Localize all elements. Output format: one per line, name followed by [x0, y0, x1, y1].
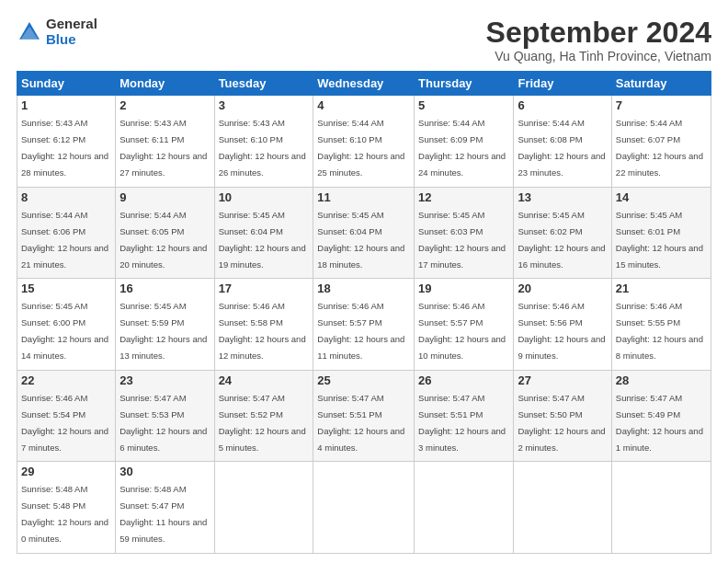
table-row: 28 Sunrise: 5:47 AMSunset: 5:49 PMDaylig… — [611, 370, 711, 462]
day-info: Sunrise: 5:46 AMSunset: 5:54 PMDaylight:… — [21, 393, 108, 453]
day-number: 17 — [219, 282, 310, 295]
table-row — [415, 462, 514, 554]
table-row: 29 Sunrise: 5:48 AMSunset: 5:48 PMDaylig… — [17, 462, 116, 554]
day-info: Sunrise: 5:44 AMSunset: 6:08 PMDaylight:… — [518, 118, 605, 178]
table-row: 26 Sunrise: 5:47 AMSunset: 5:51 PMDaylig… — [415, 370, 514, 462]
table-row: 14 Sunrise: 5:45 AMSunset: 6:01 PMDaylig… — [611, 187, 711, 279]
week-row-3: 15 Sunrise: 5:45 AMSunset: 6:00 PMDaylig… — [17, 279, 711, 371]
day-info: Sunrise: 5:46 AMSunset: 5:55 PMDaylight:… — [616, 301, 703, 361]
logo: General Blue — [17, 17, 97, 47]
day-info: Sunrise: 5:44 AMSunset: 6:06 PMDaylight:… — [21, 210, 108, 270]
day-info: Sunrise: 5:45 AMSunset: 6:04 PMDaylight:… — [219, 210, 306, 270]
day-info: Sunrise: 5:46 AMSunset: 5:58 PMDaylight:… — [219, 301, 306, 361]
day-number: 27 — [518, 373, 607, 387]
day-number: 7 — [616, 98, 707, 112]
day-number: 14 — [616, 190, 707, 204]
day-info: Sunrise: 5:47 AMSunset: 5:51 PMDaylight:… — [317, 393, 404, 453]
header-sunday: Sunday — [17, 72, 116, 96]
calendar-page: General Blue September 2024 Vu Quang, Ha… — [0, 0, 728, 563]
table-row: 30 Sunrise: 5:48 AMSunset: 5:47 PMDaylig… — [116, 462, 214, 554]
day-info: Sunrise: 5:45 AMSunset: 5:59 PMDaylight:… — [119, 301, 207, 361]
header-thursday: Thursday — [415, 72, 514, 96]
day-number: 30 — [119, 465, 210, 478]
day-info: Sunrise: 5:48 AMSunset: 5:47 PMDaylight:… — [119, 484, 207, 544]
table-row: 2 Sunrise: 5:43 AMSunset: 6:11 PMDayligh… — [116, 96, 214, 188]
day-number: 2 — [119, 98, 210, 112]
table-row: 12 Sunrise: 5:45 AMSunset: 6:03 PMDaylig… — [415, 187, 514, 279]
table-row: 23 Sunrise: 5:47 AMSunset: 5:53 PMDaylig… — [116, 370, 214, 462]
day-info: Sunrise: 5:45 AMSunset: 6:03 PMDaylight:… — [418, 210, 506, 270]
logo-text: General Blue — [46, 17, 97, 47]
table-row: 5 Sunrise: 5:44 AMSunset: 6:09 PMDayligh… — [415, 96, 514, 188]
day-number: 29 — [21, 465, 111, 478]
day-number: 10 — [219, 190, 310, 204]
day-info: Sunrise: 5:48 AMSunset: 5:48 PMDaylight:… — [21, 484, 108, 544]
table-row: 21 Sunrise: 5:46 AMSunset: 5:55 PMDaylig… — [611, 279, 711, 371]
day-number: 25 — [317, 373, 410, 387]
table-row: 24 Sunrise: 5:47 AMSunset: 5:52 PMDaylig… — [214, 370, 313, 462]
day-number: 11 — [317, 190, 410, 204]
day-info: Sunrise: 5:43 AMSunset: 6:10 PMDaylight:… — [219, 118, 306, 178]
logo-general-text: General — [46, 17, 97, 32]
day-info: Sunrise: 5:47 AMSunset: 5:50 PMDaylight:… — [518, 393, 605, 453]
day-info: Sunrise: 5:47 AMSunset: 5:52 PMDaylight:… — [219, 393, 306, 453]
table-row: 17 Sunrise: 5:46 AMSunset: 5:58 PMDaylig… — [214, 279, 313, 371]
calendar-table: Sunday Monday Tuesday Wednesday Thursday… — [17, 71, 711, 554]
day-info: Sunrise: 5:47 AMSunset: 5:53 PMDaylight:… — [119, 393, 207, 453]
day-number: 18 — [317, 282, 410, 295]
table-row: 20 Sunrise: 5:46 AMSunset: 5:56 PMDaylig… — [514, 279, 611, 371]
day-info: Sunrise: 5:45 AMSunset: 6:00 PMDaylight:… — [21, 301, 108, 361]
table-row: 10 Sunrise: 5:45 AMSunset: 6:04 PMDaylig… — [214, 187, 313, 279]
table-row: 13 Sunrise: 5:45 AMSunset: 6:02 PMDaylig… — [514, 187, 611, 279]
day-number: 26 — [418, 373, 509, 387]
week-row-1: 1 Sunrise: 5:43 AMSunset: 6:12 PMDayligh… — [17, 96, 711, 188]
day-number: 20 — [518, 282, 607, 295]
day-info: Sunrise: 5:44 AMSunset: 6:09 PMDaylight:… — [418, 118, 506, 178]
day-info: Sunrise: 5:43 AMSunset: 6:11 PMDaylight:… — [119, 118, 207, 178]
table-row: 16 Sunrise: 5:45 AMSunset: 5:59 PMDaylig… — [116, 279, 214, 371]
table-row — [611, 462, 711, 554]
day-number: 13 — [518, 190, 607, 204]
header-friday: Friday — [514, 72, 611, 96]
day-number: 16 — [119, 282, 210, 295]
logo-blue-text: Blue — [46, 32, 97, 48]
day-number: 1 — [21, 98, 111, 112]
calendar-subtitle: Vu Quang, Ha Tinh Province, Vietnam — [486, 49, 711, 63]
table-row: 27 Sunrise: 5:47 AMSunset: 5:50 PMDaylig… — [514, 370, 611, 462]
day-info: Sunrise: 5:44 AMSunset: 6:05 PMDaylight:… — [119, 210, 207, 270]
week-row-4: 22 Sunrise: 5:46 AMSunset: 5:54 PMDaylig… — [17, 370, 711, 462]
header-wednesday: Wednesday — [313, 72, 415, 96]
day-info: Sunrise: 5:43 AMSunset: 6:12 PMDaylight:… — [21, 118, 108, 178]
day-number: 4 — [317, 98, 410, 112]
table-row — [514, 462, 611, 554]
day-number: 12 — [418, 190, 509, 204]
week-row-5: 29 Sunrise: 5:48 AMSunset: 5:48 PMDaylig… — [17, 462, 711, 554]
day-number: 3 — [219, 98, 310, 112]
week-row-2: 8 Sunrise: 5:44 AMSunset: 6:06 PMDayligh… — [17, 187, 711, 279]
day-info: Sunrise: 5:47 AMSunset: 5:51 PMDaylight:… — [418, 393, 506, 453]
day-info: Sunrise: 5:45 AMSunset: 6:02 PMDaylight:… — [518, 210, 605, 270]
day-number: 23 — [119, 373, 210, 387]
logo-icon — [17, 19, 42, 45]
day-number: 6 — [518, 98, 607, 112]
table-row: 9 Sunrise: 5:44 AMSunset: 6:05 PMDayligh… — [116, 187, 214, 279]
day-info: Sunrise: 5:44 AMSunset: 6:10 PMDaylight:… — [317, 118, 404, 178]
table-row: 1 Sunrise: 5:43 AMSunset: 6:12 PMDayligh… — [17, 96, 116, 188]
table-row: 3 Sunrise: 5:43 AMSunset: 6:10 PMDayligh… — [214, 96, 313, 188]
day-info: Sunrise: 5:47 AMSunset: 5:49 PMDaylight:… — [616, 393, 703, 453]
table-row: 8 Sunrise: 5:44 AMSunset: 6:06 PMDayligh… — [17, 187, 116, 279]
day-number: 9 — [119, 190, 210, 204]
day-number: 28 — [616, 373, 707, 387]
day-number: 15 — [21, 282, 111, 295]
header-saturday: Saturday — [611, 72, 711, 96]
day-info: Sunrise: 5:46 AMSunset: 5:56 PMDaylight:… — [518, 301, 605, 361]
header-right: September 2024 Vu Quang, Ha Tinh Provinc… — [486, 17, 711, 63]
table-row: 4 Sunrise: 5:44 AMSunset: 6:10 PMDayligh… — [313, 96, 415, 188]
table-row: 25 Sunrise: 5:47 AMSunset: 5:51 PMDaylig… — [313, 370, 415, 462]
table-row: 19 Sunrise: 5:46 AMSunset: 5:57 PMDaylig… — [415, 279, 514, 371]
header-monday: Monday — [116, 72, 214, 96]
table-row — [313, 462, 415, 554]
table-row — [214, 462, 313, 554]
day-number: 5 — [418, 98, 509, 112]
table-row: 11 Sunrise: 5:45 AMSunset: 6:04 PMDaylig… — [313, 187, 415, 279]
